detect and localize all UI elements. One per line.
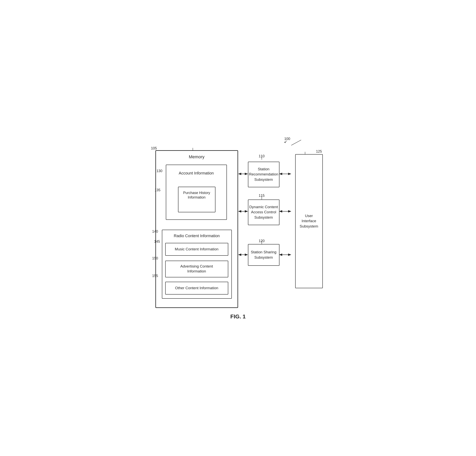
- other-label: Other Content Information: [175, 286, 218, 290]
- ref-120: 120: [259, 239, 265, 243]
- purchase-box: Purchase HistoryInformation: [178, 187, 215, 212]
- other-box: Other Content Information: [165, 282, 228, 295]
- radio-label: Radio Content Information: [162, 234, 231, 238]
- ui-box: UserInterfaceSubsystem: [295, 154, 323, 288]
- ref-130: 130: [157, 169, 162, 173]
- fig-label: FIG. 1: [149, 314, 327, 320]
- ref-140: 140: [152, 229, 158, 234]
- ref-145: 145: [154, 239, 160, 244]
- radio-box: Radio Content Information Music Content …: [162, 230, 232, 299]
- memory-box: Memory Account Information Purchase Hist…: [155, 150, 238, 308]
- ref-125: 125: [316, 149, 322, 154]
- ref-135: 135: [155, 188, 161, 192]
- ui-label: UserInterfaceSubsystem: [300, 213, 318, 229]
- music-label: Music Content Information: [175, 247, 219, 251]
- purchase-label: Purchase HistoryInformation: [178, 191, 215, 200]
- ref-105: 105: [151, 146, 157, 150]
- station-sharing-label: Station SharingSubsystem: [251, 250, 277, 260]
- station-rec-box: StationRecommendationSubsystem: [248, 162, 280, 187]
- dynamic-content-box: Dynamic ContentAccess ControlSubsystem: [248, 200, 280, 225]
- account-label: Account Information: [166, 171, 227, 175]
- music-box: Music Content Information: [165, 243, 228, 256]
- diagram-container: 100 ↙ Memory Account Information Purchas…: [149, 134, 327, 322]
- svg-line-10: [291, 140, 301, 145]
- account-box: Account Information Purchase HistoryInfo…: [166, 165, 227, 220]
- ref-110: 110: [259, 154, 265, 158]
- station-rec-label: StationRecommendationSubsystem: [249, 167, 278, 182]
- ref-115: 115: [259, 193, 265, 198]
- memory-label: Memory: [156, 154, 238, 159]
- ref-150: 150: [152, 256, 158, 260]
- station-sharing-box: Station SharingSubsystem: [248, 244, 280, 266]
- dynamic-content-label: Dynamic ContentAccess ControlSubsystem: [249, 204, 278, 220]
- ref-155: 155: [152, 274, 158, 278]
- advertising-box: Advertising ContentInformation: [165, 261, 228, 277]
- advertising-label: Advertising ContentInformation: [180, 264, 213, 274]
